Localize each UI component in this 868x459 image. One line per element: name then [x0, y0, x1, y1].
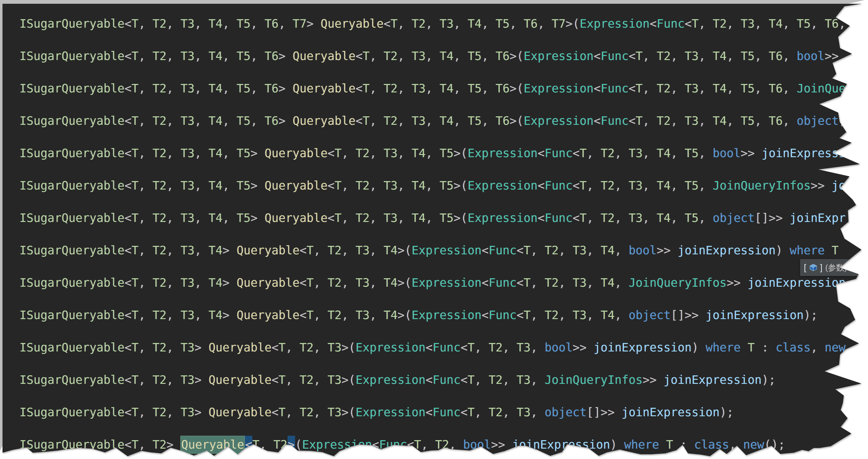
code-line[interactable]: ISugarQueryable<T, T2, T3, T4, T5, T6, T…: [2, 7, 868, 40]
code-line[interactable]: ISugarQueryable<T, T2, T3> Queryable<T, …: [2, 364, 868, 396]
code-token: Func: [600, 49, 628, 63]
code-token: T4: [468, 17, 482, 30]
code-token: Func: [379, 438, 407, 452]
code-token: T5: [237, 147, 251, 160]
code-line[interactable]: ISugarQueryable<T, T2, T3> Queryable<T, …: [2, 396, 868, 429]
code-line[interactable]: ISugarQueryable<T, T2, T3, T4, T5, T6> Q…: [2, 72, 868, 105]
code-token: <: [124, 17, 131, 30]
code-token: T: [131, 179, 138, 192]
code-token: T3: [572, 276, 587, 289]
code-token: ,: [426, 49, 440, 63]
code-token: ,: [530, 341, 545, 354]
code-token: <: [300, 308, 306, 322]
code-token: Queryable: [265, 147, 328, 160]
code-token: ,: [699, 147, 713, 160]
code-token: ,: [426, 17, 440, 30]
code-token: ,: [222, 17, 237, 30]
code-token: ,: [166, 308, 181, 322]
code-token: >: [166, 438, 181, 452]
code-token: T: [636, 114, 643, 128]
code-token: ,: [166, 147, 181, 160]
code-token: ,: [502, 373, 517, 387]
code-token: ,: [530, 276, 545, 289]
code-token: ,: [671, 114, 685, 128]
code-token: ,: [726, 114, 741, 128]
code-token: ISugarQueryable: [20, 308, 124, 322]
code-token: ,: [138, 114, 153, 128]
code-token: <: [124, 114, 131, 128]
code-token: >(: [342, 341, 356, 354]
code-token: T2: [328, 308, 342, 322]
code-token: T6: [496, 114, 510, 128]
code-token: ,: [370, 211, 384, 225]
code-token: ,: [138, 147, 153, 160]
code-token: T: [252, 438, 259, 452]
code-token: T2: [152, 244, 166, 257]
code-area[interactable]: ISugarQueryable<T, T2, T3, T4, T5, T6, T…: [2, 7, 868, 459]
code-token: ,: [194, 147, 209, 160]
code-token: Expression: [468, 179, 538, 192]
code-line[interactable]: ISugarQueryable<T, T2, T3, T4> Queryable…: [2, 299, 868, 331]
code-token: >: [250, 179, 265, 192]
code-editor[interactable]: ISugarQueryable<T, T2, T3, T4, T5, T6, T…: [2, 4, 868, 459]
code-token: <: [538, 147, 545, 160]
code-token: ,: [138, 211, 153, 225]
code-line[interactable]: ISugarQueryable<T, T2, T3, T4, T5> Query…: [2, 137, 868, 170]
code-token: ,: [810, 341, 825, 354]
code-token: [825, 244, 832, 257]
code-line[interactable]: ISugarQueryable<T, T2, T3, T4> Queryable…: [2, 267, 868, 299]
code-token: ,: [398, 49, 412, 63]
code-token: jo: [832, 179, 846, 192]
code-token: ISugarQueryable: [20, 244, 124, 257]
code-line[interactable]: ISugarQueryable<T, T2, T3, T4, T5, T6> Q…: [2, 105, 868, 137]
code-token: T2: [152, 341, 166, 354]
code-token: >(: [566, 17, 580, 30]
code-token: T2: [713, 17, 727, 30]
code-token: ,: [426, 147, 440, 160]
code-token: ,: [166, 179, 181, 192]
code-token: ,: [474, 341, 489, 354]
code-line[interactable]: ISugarQueryable<T, T2, T3, T4, T5, T6> Q…: [2, 40, 868, 72]
code-token: joinExpression: [594, 341, 692, 354]
code-token: ,: [839, 17, 846, 30]
code-token: ,: [138, 179, 153, 192]
code-token: T2: [384, 82, 398, 95]
code-token: ,: [250, 82, 265, 95]
code-line[interactable]: ISugarQueryable<T, T2, T3, T4, T5> Query…: [2, 170, 868, 202]
code-token: ,: [615, 179, 629, 192]
code-token: ,: [222, 179, 237, 192]
code-line[interactable]: ISugarQueryable<T, T2, T3, T4, T5> Query…: [2, 202, 868, 234]
code-token: T5: [741, 49, 755, 63]
code-line[interactable]: ISugarQueryable<T, T2, T3, T4> Queryable…: [2, 234, 868, 267]
code-token: Expression: [524, 82, 594, 95]
code-token: T: [580, 211, 586, 225]
code-token: T2: [545, 244, 559, 257]
code-token: T4: [209, 308, 223, 322]
code-token: T4: [384, 244, 398, 257]
code-token: ISugarQueryable: [20, 114, 124, 128]
code-token: >: [222, 276, 237, 289]
code-token: ,: [449, 438, 463, 452]
code-token: [659, 438, 666, 452]
code-token: ,: [699, 17, 713, 30]
code-line[interactable]: ISugarQueryable<T, T2, T3> Queryable<T, …: [2, 331, 868, 364]
code-token: Expression: [355, 341, 426, 354]
code-token: T2: [656, 82, 671, 95]
code-token: Queryable: [292, 114, 355, 128]
code-token: T2: [545, 308, 559, 322]
code-token: <: [124, 438, 131, 452]
code-token: <: [572, 147, 580, 160]
code-token: ,: [474, 373, 489, 387]
code-token: ,: [138, 244, 153, 257]
code-token: ,: [222, 114, 237, 128]
code-token: >>: [643, 373, 664, 387]
code-token: >(: [398, 244, 412, 257]
code-token: <: [426, 341, 432, 354]
code-token: <: [124, 244, 131, 257]
code-token: >(: [454, 179, 468, 192]
code-token: Queryable: [237, 276, 300, 289]
code-token: <: [650, 17, 656, 30]
code-token: ,: [699, 211, 713, 225]
code-line[interactable]: ISugarQueryable<T, T2> Queryable<T, T2>(…: [2, 429, 868, 459]
code-token: T3: [517, 373, 531, 387]
